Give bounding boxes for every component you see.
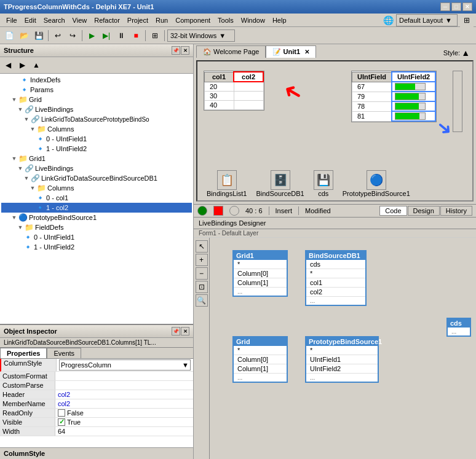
grid1-preview: col1 col2 20 30 bbox=[204, 71, 264, 111]
structure-pin-button[interactable]: 📌 bbox=[172, 46, 180, 55]
object-inspector: Object Inspector 📌 ✕ LinkGridToDataSourc… bbox=[0, 324, 193, 459]
livebindings-grid-expand-icon[interactable]: ▼ bbox=[16, 106, 25, 112]
menu-view[interactable]: View bbox=[69, 15, 91, 25]
grid1-row1-col1: 20 bbox=[205, 82, 234, 91]
prop-val-customparse[interactable] bbox=[55, 381, 193, 390]
struct-forward-button[interactable]: ▶ bbox=[15, 58, 29, 72]
preview-scrollbar[interactable] bbox=[453, 71, 462, 132]
tree-item-columns-grid1[interactable]: ▼ 📁 Columns bbox=[1, 183, 192, 193]
lb-plus-button[interactable]: + bbox=[196, 254, 208, 266]
tree-item-fielddefs[interactable]: ▼ 📁 FieldDefs bbox=[1, 222, 192, 232]
linkgrid-db-expand-icon[interactable]: ▼ bbox=[22, 175, 31, 181]
tree-item-linkgrid-proto[interactable]: ▼ 🔗 LinkGridToDataSourcePrototypeBindSo bbox=[1, 114, 192, 124]
maximize-button[interactable]: □ bbox=[451, 2, 461, 11]
close-button[interactable]: ✕ bbox=[462, 2, 472, 11]
run-status-btn[interactable] bbox=[197, 206, 207, 216]
tree-item-params[interactable]: 🔹 Params bbox=[1, 85, 192, 95]
menu-help[interactable]: Help bbox=[269, 15, 290, 25]
menu-tools[interactable]: Tools bbox=[214, 15, 237, 25]
tab-unit1[interactable]: 📝 Unit1 ✕ bbox=[266, 45, 316, 58]
pause-button[interactable]: ⏸ bbox=[114, 29, 128, 42]
open-button[interactable]: 📂 bbox=[17, 29, 31, 42]
prop-val-columnstyle[interactable]: ProgressColumn ▼ bbox=[57, 359, 193, 371]
prop-val-header[interactable]: col2 bbox=[55, 390, 193, 399]
livebindings-grid1-expand-icon[interactable]: ▼ bbox=[16, 165, 25, 171]
stop-status-btn[interactable] bbox=[213, 206, 223, 216]
redo-button[interactable]: ↪ bbox=[66, 29, 79, 42]
grid1-expand-icon[interactable]: ▼ bbox=[10, 155, 18, 162]
fielddefs-expand-icon[interactable]: ▼ bbox=[16, 224, 25, 230]
tree-item-columns-grid[interactable]: ▼ 📁 Columns bbox=[1, 124, 192, 134]
struct-up-button[interactable]: ▲ bbox=[30, 58, 43, 72]
platform-dropdown[interactable]: 32-bit Windows ▼ bbox=[167, 29, 235, 42]
tree-item-col-uintfield1[interactable]: 🔹 0 - UIntField1 bbox=[1, 134, 192, 144]
visible-checkbox[interactable] bbox=[58, 418, 65, 426]
add-component-button[interactable]: ⊞ bbox=[148, 29, 162, 42]
proto-expand-icon[interactable]: ▼ bbox=[10, 214, 18, 221]
menu-refactor[interactable]: Refactor bbox=[90, 15, 124, 25]
menu-edit[interactable]: Edit bbox=[21, 15, 40, 25]
columns-grid1-expand-icon[interactable]: ▼ bbox=[28, 185, 37, 191]
undo-button[interactable]: ↩ bbox=[51, 29, 65, 42]
prop-val-visible[interactable]: True bbox=[55, 418, 193, 426]
cds-icon: 💾 bbox=[314, 170, 333, 190]
menu-run[interactable]: Run bbox=[152, 15, 172, 25]
grid-expand-icon[interactable]: ▼ bbox=[10, 96, 18, 103]
design-tab[interactable]: Design bbox=[408, 206, 440, 216]
readonly-checkbox[interactable] bbox=[58, 409, 65, 417]
columns-grid-expand-icon[interactable]: ▼ bbox=[28, 126, 37, 132]
structure-close-button[interactable]: ✕ bbox=[181, 46, 189, 55]
layout-dropdown[interactable]: Default Layout ▼ bbox=[396, 14, 458, 26]
prop-row-customformat: CustomFormat bbox=[0, 372, 193, 381]
lb-fit-button[interactable]: ⊡ bbox=[196, 281, 208, 293]
lb-minus-button[interactable]: − bbox=[196, 267, 208, 280]
menu-window[interactable]: Window bbox=[237, 15, 269, 25]
layout-config-button[interactable]: ⊞ bbox=[460, 14, 474, 27]
tree-item-col-uintfield2[interactable]: 🔹 1 - UIntField2 bbox=[1, 144, 192, 154]
tree-item-grid[interactable]: ▼ 📁 Grid bbox=[1, 95, 192, 104]
prop-val-width[interactable]: 64 bbox=[55, 427, 193, 436]
bind-node-cds: cds ... bbox=[446, 318, 471, 337]
columnstyle-dropdown[interactable]: ProgressColumn ▼ bbox=[59, 359, 191, 371]
linkgrid-proto-expand-icon[interactable]: ▼ bbox=[22, 116, 31, 122]
tree-item-fd-uintfield2[interactable]: 🔹 1 - UIntField2 bbox=[1, 242, 192, 252]
lb-zoom-button[interactable]: 🔍 bbox=[196, 294, 208, 307]
events-tab[interactable]: Events bbox=[47, 348, 81, 358]
linkgrid-db-icon: 🔗 bbox=[31, 174, 40, 182]
tree-item-livebindings-grid[interactable]: ▼ 🔗 LiveBindings bbox=[1, 104, 192, 114]
prop-val-customformat[interactable] bbox=[55, 372, 193, 380]
tree-item-grid1[interactable]: ▼ 📁 Grid1 bbox=[1, 154, 192, 163]
tree-item-col1[interactable]: 🔹 0 - col1 bbox=[1, 193, 192, 203]
tree-item-linkgrid-db[interactable]: ▼ 🔗 LinkGridToDataSourceBindSourceDB1 bbox=[1, 173, 192, 183]
menu-project[interactable]: Project bbox=[124, 15, 152, 25]
minimize-button[interactable]: ─ bbox=[440, 2, 450, 11]
tab-welcome[interactable]: 🏠 Welcome Page bbox=[196, 45, 266, 58]
run-button[interactable]: ▶ bbox=[85, 29, 98, 42]
oi-close-button[interactable]: ✕ bbox=[181, 327, 189, 335]
stop-button[interactable]: ■ bbox=[129, 29, 143, 42]
bind-node-proto-star: * bbox=[306, 346, 378, 355]
tree-item-prototypebindsource1[interactable]: ▼ 🔵 PrototypeBindSource1 bbox=[1, 213, 192, 222]
tree-item-col2[interactable]: 🔹 1 - col2 bbox=[1, 203, 192, 213]
tree-item-indexdefs[interactable]: 🔹 IndexDefs bbox=[1, 75, 192, 85]
code-tab[interactable]: Code bbox=[379, 206, 407, 216]
new-button[interactable]: 📄 bbox=[2, 29, 16, 42]
menu-component[interactable]: Component bbox=[172, 15, 214, 25]
tree-item-livebindings-grid1[interactable]: ▼ 🔗 LiveBindings bbox=[1, 163, 192, 173]
pause-status-btn[interactable] bbox=[229, 206, 239, 216]
tree-item-fd-uintfield1[interactable]: 🔹 0 - UIntField1 bbox=[1, 232, 192, 242]
unit1-tab-close-icon[interactable]: ✕ bbox=[304, 49, 309, 55]
struct-back-button[interactable]: ◀ bbox=[1, 58, 15, 72]
properties-tab[interactable]: Properties bbox=[0, 348, 47, 358]
menu-file[interactable]: File bbox=[2, 15, 21, 25]
run-with-debug-button[interactable]: ▶| bbox=[100, 29, 113, 42]
history-tab[interactable]: History bbox=[440, 206, 472, 216]
lb-select-button[interactable]: ↖ bbox=[196, 240, 208, 253]
oi-pin-button[interactable]: 📌 bbox=[172, 327, 180, 335]
prop-val-readonly[interactable]: False bbox=[55, 409, 193, 417]
prop-val-membername[interactable]: col2 bbox=[55, 399, 193, 408]
menu-search[interactable]: Search bbox=[40, 15, 69, 25]
bind-node-cds-title: cds bbox=[448, 319, 470, 328]
save-button[interactable]: 💾 bbox=[32, 29, 46, 42]
object-inspector-tabs: Properties Events bbox=[0, 348, 193, 359]
